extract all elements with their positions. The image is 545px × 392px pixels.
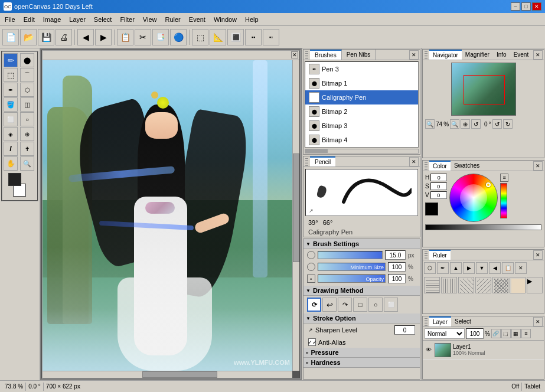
bs-size-input[interactable] (385, 250, 406, 260)
toolbar-prev[interactable]: ◀ (77, 29, 94, 45)
menu-view[interactable]: View (139, 15, 161, 24)
color-hue-strip[interactable] (500, 183, 507, 218)
brush-bitmap2[interactable]: ⬤ Bitmap 2 (305, 104, 418, 119)
sharpen-input[interactable] (394, 325, 415, 335)
toolbar-select2[interactable]: 📐 (210, 29, 226, 45)
bs-minsize-toggle[interactable] (307, 263, 315, 271)
ruler-btn-5[interactable]: ◀ (489, 262, 501, 274)
menu-select[interactable]: Select (90, 15, 116, 24)
blend-mode-select[interactable]: Normal Multiply Screen (425, 328, 465, 339)
brush-settings-toggle[interactable]: ▼ Brush Settings (303, 239, 420, 249)
menu-help[interactable]: Help (242, 15, 262, 24)
nav-reset-zoom[interactable]: ↺ (471, 119, 481, 129)
dm-btn-3[interactable]: □ (353, 298, 367, 312)
ruler-btn-1[interactable]: ✒ (437, 262, 449, 274)
toolbar-select4[interactable]: ▪▪ (245, 29, 262, 45)
tool-pencil[interactable]: ✏ (4, 53, 18, 67)
toolbar-select5[interactable]: ▪▫ (263, 29, 279, 45)
layer-btn-0[interactable]: 🔗 (491, 329, 501, 338)
toolbar-select3[interactable]: 🔳 (227, 29, 244, 45)
tool-eyedrop[interactable]: ✝ (20, 142, 34, 156)
toolbar-open[interactable]: 📂 (20, 29, 37, 45)
ruler-btn-4[interactable]: ▼ (476, 262, 488, 274)
color-wheel[interactable] (449, 174, 498, 222)
pencil-close[interactable]: ✕ (409, 157, 419, 166)
anti-alias-checkbox[interactable]: ✓ (308, 338, 316, 346)
color-value-bar[interactable] (425, 224, 541, 230)
current-color-box[interactable] (425, 202, 438, 215)
ruler-pattern-0[interactable] (424, 277, 440, 293)
hardness-toggle[interactable]: » Hardness (303, 358, 420, 368)
bs-minsize-bar[interactable]: Minimum Size (318, 263, 386, 271)
brush-pen3[interactable]: ✒ Pen 3 (305, 62, 418, 76)
menu-layer[interactable]: Layer (66, 15, 89, 24)
tool-rect-shape[interactable]: ⬜ (4, 112, 18, 126)
tab-pencil[interactable]: Pencil (310, 156, 335, 166)
pencil-expand-icon[interactable]: ↗ (309, 208, 314, 214)
toolbar-next[interactable]: ▶ (95, 29, 112, 45)
tab-layer-select[interactable]: Select (451, 316, 475, 326)
bs-size-bar[interactable] (318, 251, 383, 259)
ruler-pattern-4[interactable] (492, 277, 508, 293)
tab-swatches[interactable]: Swatches (451, 161, 483, 171)
ruler-btn-6[interactable]: 📋 (502, 262, 514, 274)
tool-text[interactable]: I (4, 142, 18, 156)
toolbar-print[interactable]: 🖨 (56, 29, 72, 45)
stroke-option-toggle[interactable]: ▼ Stroke Option (303, 313, 420, 324)
v-scrollbar[interactable] (292, 60, 299, 371)
nav-rot-ccw[interactable]: ↺ (492, 119, 502, 129)
tool-gradient[interactable]: ◫ (20, 97, 34, 112)
dm-btn-5[interactable]: ⬜ (384, 298, 398, 312)
menu-ruler[interactable]: Ruler (162, 15, 184, 24)
ruler-pattern-5[interactable] (510, 277, 526, 293)
toolbar-paste[interactable]: 📋 (117, 29, 133, 45)
canvas-close[interactable]: ✕ (291, 51, 298, 58)
tab-magnifier[interactable]: Magnifier (462, 50, 493, 60)
ruler-btn-0[interactable]: ⬡ (424, 262, 436, 274)
layer-row-1[interactable]: 👁 Layer1 100% Normal (423, 341, 544, 360)
tool-hand[interactable]: ✋ (4, 156, 18, 171)
ruler-btn-7[interactable]: ✕ (515, 262, 527, 274)
brush-scrollbar-thumb[interactable] (305, 149, 328, 153)
nav-zoom-in-b[interactable]: ⊕ (461, 119, 470, 129)
layer-close[interactable]: ✕ (533, 317, 543, 326)
tab-layer[interactable]: Layer (429, 316, 451, 326)
layer-btn-3[interactable]: ≡ (521, 329, 531, 338)
h-scrollbar[interactable] (43, 371, 292, 378)
dm-btn-2[interactable]: ↷ (338, 298, 352, 312)
s-input[interactable] (430, 182, 447, 190)
dm-btn-1[interactable]: ↩ (322, 298, 337, 312)
tab-info[interactable]: Info (493, 50, 510, 60)
menu-image[interactable]: Image (40, 15, 65, 24)
tab-event[interactable]: Event (510, 50, 533, 60)
dm-btn-4[interactable]: ○ (368, 298, 383, 312)
nav-zoom-out[interactable]: 🔍 (425, 119, 435, 129)
bs-minsize-input[interactable] (388, 262, 406, 272)
color-indicator[interactable] (486, 182, 491, 187)
bs-size-toggle[interactable] (307, 251, 315, 259)
menu-filter[interactable]: Filter (116, 15, 138, 24)
layer-btn-2[interactable]: ▦ (511, 329, 521, 338)
brush-scrollbar[interactable] (305, 149, 419, 153)
tab-pen-nibs[interactable]: Pen Nibs (342, 50, 376, 60)
nav-thumbnail[interactable] (451, 63, 516, 116)
pressure-toggle[interactable]: » Pressure (303, 348, 420, 358)
tab-ruler[interactable]: Ruler (429, 250, 451, 260)
ruler-btn-2[interactable]: ▲ (450, 262, 462, 274)
tab-brushes[interactable]: Brushes (310, 50, 342, 60)
dm-btn-0[interactable]: ⟳ (307, 298, 321, 312)
opacity-input[interactable] (466, 328, 484, 339)
tab-color[interactable]: Color (429, 161, 451, 171)
menu-file[interactable]: File (1, 15, 19, 24)
tool-fill[interactable]: 🪣 (4, 97, 18, 112)
tool-zoom[interactable]: 🔍 (20, 156, 34, 171)
ruler-close[interactable]: ✕ (533, 250, 543, 260)
brush-caligraphy[interactable]: ✒ Caligraphy Pen (305, 90, 418, 104)
canvas-area[interactable]: ✕ (40, 48, 302, 380)
bs-opacity-input[interactable] (388, 274, 406, 283)
tool-transform[interactable]: ◈ (4, 127, 18, 141)
v-input[interactable] (430, 191, 447, 199)
maximize-button[interactable]: □ (521, 2, 531, 11)
tool-eraser[interactable]: ⬤ (20, 53, 34, 67)
menu-edit[interactable]: Edit (20, 15, 38, 24)
